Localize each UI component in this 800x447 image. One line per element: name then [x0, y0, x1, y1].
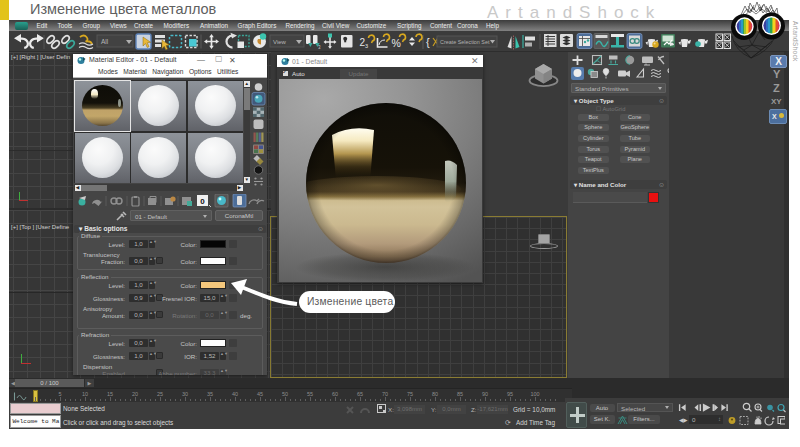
svg-text:Create Selection Set: Create Selection Set [440, 39, 490, 45]
svg-text:All: All [101, 38, 109, 45]
svg-text:{: { [426, 36, 430, 48]
svg-text:3: 3 [365, 43, 368, 49]
svg-text:3: 3 [318, 45, 321, 50]
svg-text:%: % [392, 37, 401, 49]
svg-text:View: View [273, 39, 287, 45]
svg-text:0: 0 [200, 197, 205, 206]
